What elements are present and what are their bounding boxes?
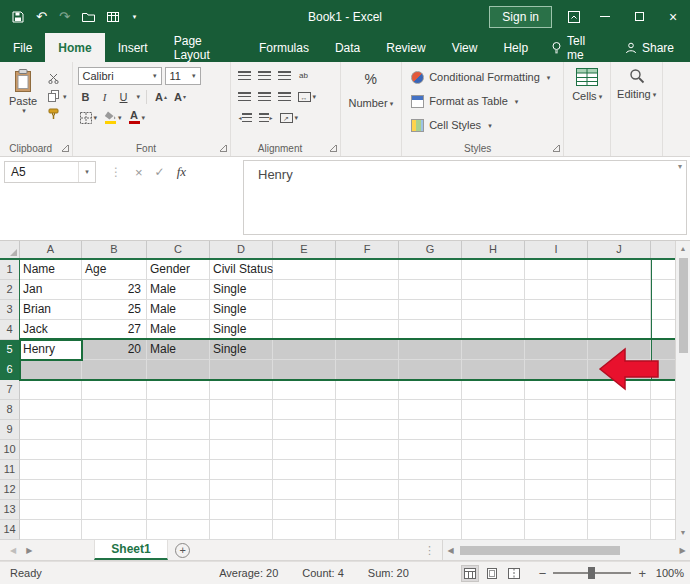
cell-b14[interactable] bbox=[82, 520, 147, 540]
scroll-right-icon[interactable]: ▶ bbox=[675, 546, 690, 555]
cell-a2[interactable]: Jan bbox=[20, 280, 82, 300]
column-header-g[interactable]: G bbox=[399, 241, 462, 258]
cell-h12[interactable] bbox=[462, 480, 525, 500]
cell-f11[interactable] bbox=[336, 460, 399, 480]
column-header-i[interactable]: I bbox=[525, 241, 588, 258]
cell-d8[interactable] bbox=[210, 400, 273, 420]
cell-d9[interactable] bbox=[210, 420, 273, 440]
row-header-3[interactable]: 3 bbox=[0, 300, 20, 320]
row-header-7[interactable]: 7 bbox=[0, 380, 20, 400]
row-header-13[interactable]: 13 bbox=[0, 500, 20, 520]
cell-i9[interactable] bbox=[525, 420, 588, 440]
cell-g1[interactable] bbox=[399, 260, 462, 280]
tell-me-button[interactable]: Tell me bbox=[541, 33, 613, 62]
zoom-slider-thumb[interactable] bbox=[588, 567, 595, 579]
cell-i1[interactable] bbox=[525, 260, 588, 280]
cell-e4[interactable] bbox=[273, 320, 336, 340]
cell-h1[interactable] bbox=[462, 260, 525, 280]
cell-c12[interactable] bbox=[147, 480, 210, 500]
styles-dialog-launcher-icon[interactable] bbox=[553, 145, 560, 152]
row-header-8[interactable]: 8 bbox=[0, 400, 20, 420]
orientation-button[interactable]: ↗▾ bbox=[278, 109, 301, 126]
tab-page-layout[interactable]: Page Layout bbox=[161, 33, 246, 62]
cell-e13[interactable] bbox=[273, 500, 336, 520]
tab-file[interactable]: File bbox=[0, 33, 45, 62]
cell-b4[interactable]: 27 bbox=[82, 320, 147, 340]
cell-d4[interactable]: Single bbox=[210, 320, 273, 340]
cell-i10[interactable] bbox=[525, 440, 588, 460]
cell-g6[interactable] bbox=[399, 360, 462, 380]
cell-h11[interactable] bbox=[462, 460, 525, 480]
clipboard-dialog-launcher-icon[interactable] bbox=[62, 145, 69, 152]
row-header-11[interactable]: 11 bbox=[0, 460, 20, 480]
cell-g3[interactable] bbox=[399, 300, 462, 320]
cell-a6[interactable] bbox=[20, 360, 82, 380]
cell-a5[interactable]: Henry bbox=[20, 340, 82, 360]
cell-c5[interactable]: Male bbox=[147, 340, 210, 360]
column-header-b[interactable]: B bbox=[82, 241, 147, 258]
cell-g4[interactable] bbox=[399, 320, 462, 340]
zoom-out-icon[interactable]: − bbox=[539, 567, 547, 580]
cell-a14[interactable] bbox=[20, 520, 82, 540]
cell-b5[interactable]: 20 bbox=[82, 340, 147, 360]
align-middle-button[interactable] bbox=[256, 67, 273, 84]
borders-button[interactable]: ▾ bbox=[78, 109, 100, 126]
cell-i2[interactable] bbox=[525, 280, 588, 300]
cell-g12[interactable] bbox=[399, 480, 462, 500]
cell-h6[interactable] bbox=[462, 360, 525, 380]
cell-c7[interactable] bbox=[147, 380, 210, 400]
ribbon-display-options-icon[interactable] bbox=[568, 11, 580, 23]
column-header-h[interactable]: H bbox=[462, 241, 525, 258]
cell-c6[interactable] bbox=[147, 360, 210, 380]
tab-data[interactable]: Data bbox=[322, 33, 373, 62]
prev-sheet-icon[interactable]: ◀ bbox=[10, 546, 16, 555]
cell-d12[interactable] bbox=[210, 480, 273, 500]
cell-d1[interactable]: Civil Status bbox=[210, 260, 273, 280]
scroll-left-icon[interactable]: ◀ bbox=[443, 546, 458, 555]
bold-button[interactable]: B bbox=[78, 88, 94, 105]
cell-i7[interactable] bbox=[525, 380, 588, 400]
customize-quick-access-icon[interactable]: ▾ bbox=[133, 13, 137, 20]
cell-e1[interactable] bbox=[273, 260, 336, 280]
cell-e6[interactable] bbox=[273, 360, 336, 380]
column-header-c[interactable]: C bbox=[147, 241, 210, 258]
decrease-font-size-button[interactable]: A▾ bbox=[172, 88, 188, 105]
cell-f6[interactable] bbox=[336, 360, 399, 380]
horizontal-scroll-thumb[interactable] bbox=[460, 546, 620, 555]
zoom-slider[interactable] bbox=[553, 572, 631, 574]
cell-a8[interactable] bbox=[20, 400, 82, 420]
cell-d13[interactable] bbox=[210, 500, 273, 520]
cell-i8[interactable] bbox=[525, 400, 588, 420]
cancel-entry-icon[interactable]: × bbox=[135, 165, 143, 180]
cell-a9[interactable] bbox=[20, 420, 82, 440]
cell-d11[interactable] bbox=[210, 460, 273, 480]
cell-h13[interactable] bbox=[462, 500, 525, 520]
cell-j9[interactable] bbox=[588, 420, 651, 440]
normal-view-button[interactable] bbox=[461, 565, 479, 582]
cells-group[interactable]: Cells▾ bbox=[564, 62, 611, 156]
cell-g10[interactable] bbox=[399, 440, 462, 460]
cell-b1[interactable]: Age bbox=[82, 260, 147, 280]
open-folder-icon[interactable] bbox=[82, 12, 95, 22]
cell-b2[interactable]: 23 bbox=[82, 280, 147, 300]
cell-h7[interactable] bbox=[462, 380, 525, 400]
cell-f9[interactable] bbox=[336, 420, 399, 440]
cell-a11[interactable] bbox=[20, 460, 82, 480]
cell-a4[interactable]: Jack bbox=[20, 320, 82, 340]
underline-button[interactable]: U bbox=[116, 88, 132, 105]
cell-f12[interactable] bbox=[336, 480, 399, 500]
cell-g13[interactable] bbox=[399, 500, 462, 520]
cell-e7[interactable] bbox=[273, 380, 336, 400]
cell-c9[interactable] bbox=[147, 420, 210, 440]
row-header-9[interactable]: 9 bbox=[0, 420, 20, 440]
cell-g14[interactable] bbox=[399, 520, 462, 540]
cell-e8[interactable] bbox=[273, 400, 336, 420]
cell-g7[interactable] bbox=[399, 380, 462, 400]
cell-c8[interactable] bbox=[147, 400, 210, 420]
cell-g11[interactable] bbox=[399, 460, 462, 480]
cell-f1[interactable] bbox=[336, 260, 399, 280]
select-all-button[interactable] bbox=[0, 241, 20, 258]
vertical-scrollbar[interactable]: ▲ ▼ bbox=[675, 241, 690, 540]
cell-h10[interactable] bbox=[462, 440, 525, 460]
cell-j2[interactable] bbox=[588, 280, 651, 300]
